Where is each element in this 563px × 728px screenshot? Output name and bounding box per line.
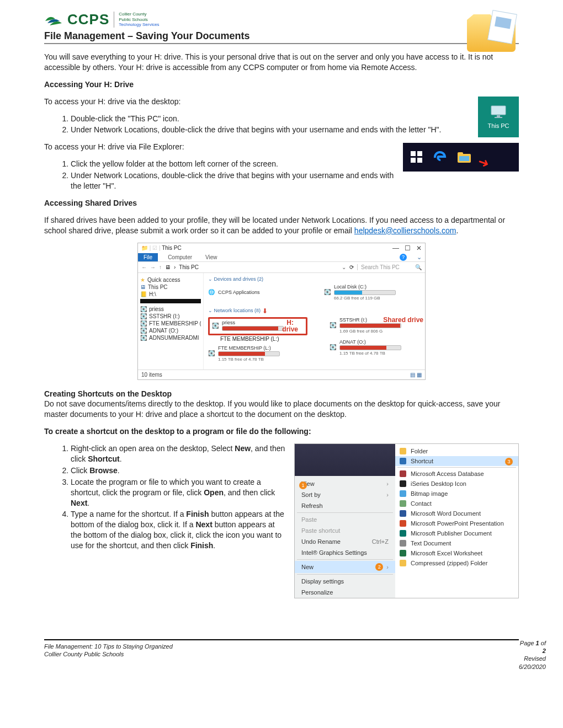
via-desktop-intro: To access your H: drive via the desktop: (44, 97, 519, 107)
heading-shortcuts: Creating Shortcuts on the DesktopDo not … (44, 389, 519, 420)
nav-item[interactable]: 💽ADNAT (O:) (140, 327, 201, 334)
list-item: Right-click an open area on the desktop,… (71, 443, 287, 464)
monitor-icon: 🖥 (165, 264, 171, 270)
nav-item[interactable]: 💽ADNSUMMERADMI (140, 334, 201, 341)
org-abbrev: CCPS (67, 11, 109, 28)
leaf-icon (44, 13, 63, 26)
nav-item[interactable]: 💽priess (140, 306, 201, 313)
helpdesk-link[interactable]: helpdesk@collierschools.com (354, 226, 456, 235)
explorer-nav-pane: ★Quick access 🖥This PC 📒H:\ 💽priess 💽SST… (138, 273, 204, 370)
context-menu-item[interactable]: Refresh (295, 500, 395, 511)
taskbar-image: ➜ (403, 143, 519, 172)
context-menu-screenshot: 1 View›Sort by›RefreshPastePaste shortcu… (294, 443, 519, 598)
close-icon[interactable]: ✕ (416, 244, 422, 252)
this-pc-label: This PC (487, 122, 509, 129)
red-arrow-icon: ➜ (476, 153, 491, 172)
shortcut-steps: Right-click an open area on the desktop,… (60, 443, 287, 551)
context-menu-item[interactable]: Intel® Graphics Settings (295, 547, 395, 558)
svg-rect-11 (458, 152, 463, 156)
nav-quick-access[interactable]: ★Quick access (140, 276, 201, 283)
file-explorer-icon (457, 151, 471, 164)
windows-start-icon (411, 151, 423, 163)
search-icon[interactable]: 🔍 (415, 264, 422, 270)
tab-view[interactable]: View (202, 253, 221, 261)
svg-rect-6 (417, 151, 422, 156)
shared-drives-body: If shared drives have been added to your… (44, 215, 519, 236)
context-menu-item[interactable]: Undo RenameCtrl+Z (295, 536, 395, 547)
new-submenu-item[interactable]: Shortcut3 (395, 456, 518, 466)
tab-computer[interactable]: Computer (164, 253, 195, 261)
footer: File Management: 10 Tips to Staying Orga… (44, 639, 519, 671)
context-menu-item[interactable]: New2› (295, 561, 395, 573)
drive-priess-h[interactable]: 💽 priess H: drive (212, 320, 306, 331)
context-menu-item[interactable]: View› (295, 478, 395, 489)
refresh-icon[interactable]: ⟳ (349, 264, 354, 270)
drive-adnat-o[interactable]: 💽 ADNAT (O:) 1.15 TB free of 4.78 TB (330, 339, 423, 356)
search-input[interactable]: Search This PC (361, 264, 400, 270)
new-submenu-item[interactable]: Compressed (zipped) Folder (395, 558, 518, 568)
new-submenu-item[interactable]: Text Document (395, 538, 518, 548)
nav-up-icon[interactable]: ↑ (159, 264, 162, 270)
explorer-screenshot: 📁 | ☑ | This PC — ☐ ✕ File Computer View… (137, 243, 426, 380)
shared-annotation: Shared drive (383, 316, 423, 324)
folder-hero-icon (464, 7, 519, 57)
help-icon[interactable]: ? (400, 254, 407, 261)
drive-sstshr-i[interactable]: 💽 SSTSHR (I:) 1.69 GB free of 806 G Shar… (330, 317, 423, 334)
list-item: Click Browse. (71, 465, 287, 476)
svg-rect-3 (497, 115, 500, 117)
list-item: Locate the program or file to which you … (71, 477, 287, 508)
list-item: Double-click the "This PC" icon. (71, 114, 519, 124)
monitor-icon (490, 105, 507, 119)
nav-item[interactable]: 💽FTE MEMBERSHIP (L (140, 320, 201, 327)
group-network: ⌄ Network locations (8) ⬇ (208, 307, 434, 315)
drive-h-highlight: 💽 priess H: drive (208, 317, 307, 335)
drive-local-c[interactable]: 💽 Local Disk (C:) 66.2 GB free of 119 GB (324, 284, 418, 301)
drive-fte-l[interactable]: 💽 FTE MEMBERSHIP (L:) 1.15 TB free of 4.… (208, 345, 302, 362)
new-submenu-item[interactable]: Microsoft PowerPoint Presentation (395, 518, 518, 528)
list-item: Under Network Locations, double-click th… (71, 170, 519, 191)
tab-file[interactable]: File (138, 253, 158, 261)
new-submenu-item[interactable]: Folder (395, 446, 518, 456)
new-submenu-item[interactable]: iSeries Desktop Icon (395, 479, 518, 489)
svg-rect-12 (459, 156, 469, 161)
nav-redaction (140, 299, 201, 303)
nav-fwd-icon[interactable]: → (150, 264, 156, 270)
chevron-down-icon[interactable]: ⌄ (417, 254, 422, 261)
drive-sub: FTE MEMBERSHIP (L:) (220, 336, 307, 342)
context-menu-item[interactable]: Sort by› (295, 489, 395, 500)
status-item-count: 10 items (141, 372, 162, 378)
new-submenu-item[interactable]: Microsoft Excel Worksheet (395, 548, 518, 558)
group-devices: ⌄ Devices and drives (2) (208, 276, 434, 282)
context-menu-item[interactable]: Personalize (295, 587, 395, 598)
breadcrumb[interactable]: This PC (179, 264, 199, 270)
edge-icon (433, 150, 447, 164)
new-submenu-item[interactable]: Contact (395, 499, 518, 508)
new-submenu-item[interactable]: Microsoft Word Document (395, 508, 518, 518)
svg-rect-4 (495, 117, 502, 118)
list-item: Under Network Locations, double-click th… (71, 125, 519, 135)
nav-back-icon[interactable]: ← (141, 264, 147, 270)
view-switcher[interactable]: ▤ ▦ (410, 372, 422, 378)
nav-h-drive[interactable]: 📒H:\ (140, 291, 201, 298)
new-submenu-item[interactable]: Microsoft Access Database (395, 469, 518, 479)
svg-rect-2 (491, 106, 506, 115)
minimize-icon[interactable]: — (392, 244, 399, 252)
svg-rect-7 (411, 158, 416, 163)
nav-item[interactable]: 💽SSTSHR (I:) (140, 313, 201, 320)
title-rule (44, 43, 519, 44)
maximize-icon[interactable]: ☐ (405, 244, 411, 252)
context-menu-item[interactable]: Display settings (295, 576, 395, 587)
context-menu-item[interactable]: Paste (295, 514, 395, 525)
nav-this-pc[interactable]: 🖥This PC (140, 283, 201, 291)
explorer-app-icon: 📁 (141, 245, 148, 251)
heading-access-h: Accessing Your H: Drive (44, 79, 519, 90)
doc-title: File Management – Saving Your Documents (44, 30, 519, 42)
drive-ccps-apps[interactable]: 🌐 CCPS Applications (208, 284, 302, 301)
context-menu-item[interactable]: Paste shortcut (295, 525, 395, 536)
h-annotation: drive (282, 325, 298, 333)
org-sub: Collier County Public Schools Technology… (114, 12, 159, 28)
new-submenu-item[interactable]: Microsoft Publisher Document (395, 528, 518, 538)
new-submenu-item[interactable]: Bitmap image (395, 489, 518, 499)
svg-rect-8 (417, 158, 422, 163)
svg-rect-5 (411, 151, 416, 156)
